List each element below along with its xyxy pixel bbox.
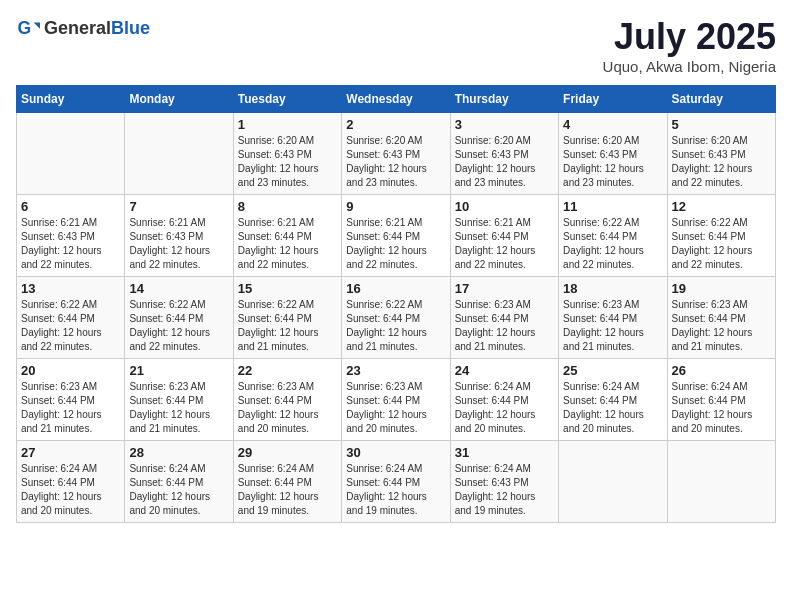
day-number: 13 — [21, 281, 120, 296]
day-info: Sunrise: 6:24 AM Sunset: 6:44 PM Dayligh… — [346, 462, 445, 518]
day-info: Sunrise: 6:23 AM Sunset: 6:44 PM Dayligh… — [455, 298, 554, 354]
day-number: 4 — [563, 117, 662, 132]
day-info: Sunrise: 6:21 AM Sunset: 6:44 PM Dayligh… — [346, 216, 445, 272]
calendar-cell: 21Sunrise: 6:23 AM Sunset: 6:44 PM Dayli… — [125, 359, 233, 441]
day-info: Sunrise: 6:21 AM Sunset: 6:44 PM Dayligh… — [238, 216, 337, 272]
day-number: 28 — [129, 445, 228, 460]
day-info: Sunrise: 6:20 AM Sunset: 6:43 PM Dayligh… — [672, 134, 771, 190]
day-info: Sunrise: 6:20 AM Sunset: 6:43 PM Dayligh… — [238, 134, 337, 190]
day-info: Sunrise: 6:22 AM Sunset: 6:44 PM Dayligh… — [21, 298, 120, 354]
weekday-header: Wednesday — [342, 86, 450, 113]
day-info: Sunrise: 6:24 AM Sunset: 6:44 PM Dayligh… — [129, 462, 228, 518]
calendar-cell: 29Sunrise: 6:24 AM Sunset: 6:44 PM Dayli… — [233, 441, 341, 523]
day-info: Sunrise: 6:24 AM Sunset: 6:44 PM Dayligh… — [563, 380, 662, 436]
day-number: 14 — [129, 281, 228, 296]
logo-icon: G — [16, 16, 40, 40]
day-number: 10 — [455, 199, 554, 214]
day-number: 30 — [346, 445, 445, 460]
day-number: 3 — [455, 117, 554, 132]
calendar-cell: 11Sunrise: 6:22 AM Sunset: 6:44 PM Dayli… — [559, 195, 667, 277]
svg-text:G: G — [18, 18, 32, 38]
day-number: 9 — [346, 199, 445, 214]
day-number: 29 — [238, 445, 337, 460]
day-info: Sunrise: 6:20 AM Sunset: 6:43 PM Dayligh… — [563, 134, 662, 190]
calendar-cell: 30Sunrise: 6:24 AM Sunset: 6:44 PM Dayli… — [342, 441, 450, 523]
day-info: Sunrise: 6:21 AM Sunset: 6:44 PM Dayligh… — [455, 216, 554, 272]
day-info: Sunrise: 6:22 AM Sunset: 6:44 PM Dayligh… — [563, 216, 662, 272]
day-number: 22 — [238, 363, 337, 378]
day-info: Sunrise: 6:24 AM Sunset: 6:44 PM Dayligh… — [21, 462, 120, 518]
calendar-cell: 2Sunrise: 6:20 AM Sunset: 6:43 PM Daylig… — [342, 113, 450, 195]
calendar-cell: 25Sunrise: 6:24 AM Sunset: 6:44 PM Dayli… — [559, 359, 667, 441]
weekday-header: Tuesday — [233, 86, 341, 113]
day-info: Sunrise: 6:20 AM Sunset: 6:43 PM Dayligh… — [346, 134, 445, 190]
day-number: 7 — [129, 199, 228, 214]
calendar-cell: 31Sunrise: 6:24 AM Sunset: 6:43 PM Dayli… — [450, 441, 558, 523]
day-number: 11 — [563, 199, 662, 214]
day-number: 16 — [346, 281, 445, 296]
day-number: 17 — [455, 281, 554, 296]
calendar-cell: 3Sunrise: 6:20 AM Sunset: 6:43 PM Daylig… — [450, 113, 558, 195]
calendar-cell: 18Sunrise: 6:23 AM Sunset: 6:44 PM Dayli… — [559, 277, 667, 359]
day-info: Sunrise: 6:22 AM Sunset: 6:44 PM Dayligh… — [672, 216, 771, 272]
calendar-cell: 13Sunrise: 6:22 AM Sunset: 6:44 PM Dayli… — [17, 277, 125, 359]
day-number: 26 — [672, 363, 771, 378]
weekday-header: Sunday — [17, 86, 125, 113]
day-number: 12 — [672, 199, 771, 214]
calendar-cell: 16Sunrise: 6:22 AM Sunset: 6:44 PM Dayli… — [342, 277, 450, 359]
day-number: 21 — [129, 363, 228, 378]
calendar-cell: 8Sunrise: 6:21 AM Sunset: 6:44 PM Daylig… — [233, 195, 341, 277]
day-number: 25 — [563, 363, 662, 378]
calendar-cell: 15Sunrise: 6:22 AM Sunset: 6:44 PM Dayli… — [233, 277, 341, 359]
calendar-cell: 5Sunrise: 6:20 AM Sunset: 6:43 PM Daylig… — [667, 113, 775, 195]
day-info: Sunrise: 6:24 AM Sunset: 6:44 PM Dayligh… — [455, 380, 554, 436]
calendar-cell: 23Sunrise: 6:23 AM Sunset: 6:44 PM Dayli… — [342, 359, 450, 441]
day-info: Sunrise: 6:23 AM Sunset: 6:44 PM Dayligh… — [129, 380, 228, 436]
day-number: 19 — [672, 281, 771, 296]
calendar-subtitle: Uquo, Akwa Ibom, Nigeria — [603, 58, 776, 75]
calendar-cell: 26Sunrise: 6:24 AM Sunset: 6:44 PM Dayli… — [667, 359, 775, 441]
day-info: Sunrise: 6:23 AM Sunset: 6:44 PM Dayligh… — [563, 298, 662, 354]
weekday-header: Monday — [125, 86, 233, 113]
weekday-header: Saturday — [667, 86, 775, 113]
day-info: Sunrise: 6:24 AM Sunset: 6:44 PM Dayligh… — [238, 462, 337, 518]
day-info: Sunrise: 6:22 AM Sunset: 6:44 PM Dayligh… — [346, 298, 445, 354]
calendar-cell: 7Sunrise: 6:21 AM Sunset: 6:43 PM Daylig… — [125, 195, 233, 277]
calendar-cell: 22Sunrise: 6:23 AM Sunset: 6:44 PM Dayli… — [233, 359, 341, 441]
day-number: 6 — [21, 199, 120, 214]
calendar-cell: 28Sunrise: 6:24 AM Sunset: 6:44 PM Dayli… — [125, 441, 233, 523]
logo-general: GeneralBlue — [44, 19, 150, 38]
calendar-cell — [559, 441, 667, 523]
day-info: Sunrise: 6:23 AM Sunset: 6:44 PM Dayligh… — [346, 380, 445, 436]
calendar-cell: 10Sunrise: 6:21 AM Sunset: 6:44 PM Dayli… — [450, 195, 558, 277]
day-number: 15 — [238, 281, 337, 296]
day-info: Sunrise: 6:23 AM Sunset: 6:44 PM Dayligh… — [238, 380, 337, 436]
day-number: 20 — [21, 363, 120, 378]
calendar-cell — [667, 441, 775, 523]
svg-marker-1 — [34, 22, 40, 28]
calendar-title: July 2025 — [603, 16, 776, 58]
day-info: Sunrise: 6:24 AM Sunset: 6:43 PM Dayligh… — [455, 462, 554, 518]
page-header: G GeneralBlue July 2025 Uquo, Akwa Ibom,… — [16, 16, 776, 75]
weekday-header: Friday — [559, 86, 667, 113]
calendar-cell: 20Sunrise: 6:23 AM Sunset: 6:44 PM Dayli… — [17, 359, 125, 441]
day-info: Sunrise: 6:23 AM Sunset: 6:44 PM Dayligh… — [21, 380, 120, 436]
calendar-cell: 24Sunrise: 6:24 AM Sunset: 6:44 PM Dayli… — [450, 359, 558, 441]
title-block: July 2025 Uquo, Akwa Ibom, Nigeria — [603, 16, 776, 75]
day-info: Sunrise: 6:24 AM Sunset: 6:44 PM Dayligh… — [672, 380, 771, 436]
calendar-cell: 17Sunrise: 6:23 AM Sunset: 6:44 PM Dayli… — [450, 277, 558, 359]
calendar-cell: 27Sunrise: 6:24 AM Sunset: 6:44 PM Dayli… — [17, 441, 125, 523]
calendar-cell — [125, 113, 233, 195]
day-number: 1 — [238, 117, 337, 132]
day-number: 27 — [21, 445, 120, 460]
calendar-cell: 6Sunrise: 6:21 AM Sunset: 6:43 PM Daylig… — [17, 195, 125, 277]
day-number: 31 — [455, 445, 554, 460]
day-info: Sunrise: 6:21 AM Sunset: 6:43 PM Dayligh… — [129, 216, 228, 272]
day-info: Sunrise: 6:22 AM Sunset: 6:44 PM Dayligh… — [238, 298, 337, 354]
day-info: Sunrise: 6:22 AM Sunset: 6:44 PM Dayligh… — [129, 298, 228, 354]
calendar-cell: 19Sunrise: 6:23 AM Sunset: 6:44 PM Dayli… — [667, 277, 775, 359]
day-info: Sunrise: 6:23 AM Sunset: 6:44 PM Dayligh… — [672, 298, 771, 354]
day-number: 23 — [346, 363, 445, 378]
logo: G GeneralBlue — [16, 16, 150, 40]
calendar-cell: 12Sunrise: 6:22 AM Sunset: 6:44 PM Dayli… — [667, 195, 775, 277]
